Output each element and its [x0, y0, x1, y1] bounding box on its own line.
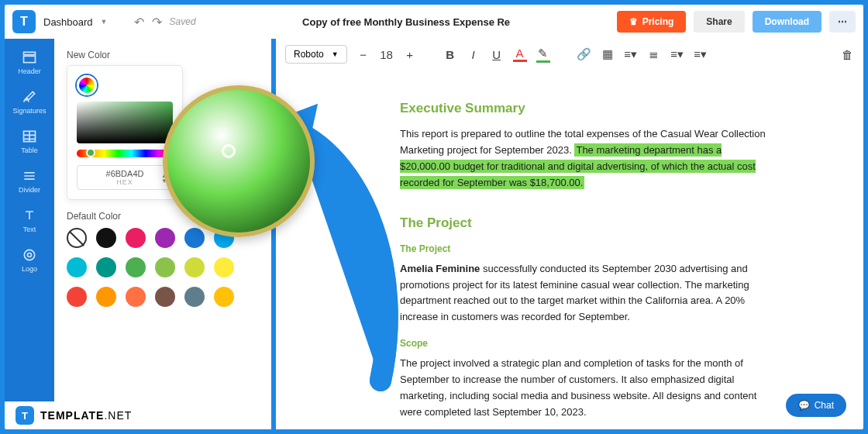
color-swatch[interactable] [126, 257, 146, 277]
color-swatch[interactable] [155, 257, 175, 277]
sidebar-item-header[interactable]: Header [18, 50, 41, 75]
color-swatch[interactable] [126, 228, 146, 248]
font-family-select[interactable]: Roboto▼ [285, 45, 347, 64]
text-color-button[interactable]: A [513, 46, 527, 62]
new-color-label: New Color [67, 50, 259, 60]
magnifier-overlay [163, 85, 315, 237]
color-swatch[interactable] [96, 257, 116, 277]
paragraph: Amelia Feminine successfully conducted i… [400, 261, 770, 326]
color-swatch[interactable] [67, 257, 87, 277]
increase-font-button[interactable]: + [403, 48, 417, 61]
format-toolbar: Roboto▼ − 18 + B I U A ✎ 🔗 ▦ ≡▾ ≣ ≡▾ ≡▾ … [276, 39, 863, 70]
bold-button[interactable]: B [443, 48, 457, 61]
svg-rect-0 [24, 52, 36, 54]
brand-footer: T TEMPLATE.NET [5, 401, 222, 429]
decrease-font-button[interactable]: − [356, 48, 370, 61]
paragraph: The project involved a strategic plan an… [400, 356, 770, 420]
color-swatch[interactable] [96, 287, 116, 307]
italic-button[interactable]: I [467, 48, 480, 61]
pricing-button[interactable]: ♛Pricing [617, 11, 687, 33]
sidebar-item-signatures[interactable]: Signatures [12, 89, 46, 115]
color-swatch[interactable] [67, 228, 87, 248]
svg-point-3 [24, 250, 34, 260]
sidebar-item-text[interactable]: Text [22, 208, 37, 233]
svg-point-4 [28, 253, 32, 257]
color-swatch[interactable] [67, 287, 87, 307]
share-button[interactable]: Share [694, 11, 744, 33]
dashboard-link[interactable]: Dashboard [43, 16, 93, 28]
table-icon [22, 129, 37, 144]
color-swatch[interactable] [184, 287, 205, 307]
line-spacing-button[interactable]: ≡▾ [694, 47, 708, 61]
dashboard-caret-icon[interactable]: ▼ [101, 18, 108, 26]
image-button[interactable]: ▦ [601, 47, 615, 61]
chat-button[interactable]: 💬Chat [786, 394, 846, 417]
crown-icon: ♛ [629, 16, 638, 27]
picker-handle-icon [222, 144, 236, 158]
sidebar-item-logo[interactable]: Logo [22, 247, 37, 273]
document-title[interactable]: Copy of free Monthly Business Expense Re [302, 16, 510, 28]
color-wheel-icon[interactable] [77, 75, 97, 95]
underline-button[interactable]: U [490, 48, 504, 61]
paragraph: This report is prepared to outline the t… [400, 126, 770, 191]
brand-logo-icon: T [16, 406, 34, 425]
text-icon [22, 208, 37, 223]
hex-input[interactable]: #6BDA4D HEX ▲▼ [77, 165, 173, 190]
color-swatch[interactable] [126, 287, 146, 307]
more-button[interactable]: ⋯ [829, 11, 856, 33]
list-bulleted-button[interactable]: ≡▾ [670, 47, 684, 61]
subheading: The Project [400, 242, 770, 257]
divider-icon [22, 168, 37, 184]
color-swatch[interactable] [184, 257, 205, 277]
hue-handle[interactable] [86, 148, 95, 157]
heading-the-project: The Project [400, 212, 770, 233]
subheading: Scope [400, 336, 770, 351]
app-logo[interactable]: T [12, 10, 36, 33]
download-button[interactable]: Download [753, 11, 822, 33]
color-swatch[interactable] [214, 257, 234, 277]
signature-icon [22, 89, 37, 105]
font-size-value[interactable]: 18 [380, 48, 394, 61]
color-swatch[interactable] [184, 228, 205, 248]
sidebar-item-table[interactable]: Table [21, 129, 38, 154]
svg-rect-1 [24, 56, 36, 62]
swatch-grid [67, 228, 259, 307]
hue-slider[interactable] [77, 150, 173, 157]
sidebar-item-divider[interactable]: Divider [19, 168, 40, 194]
color-swatch[interactable] [155, 287, 175, 307]
header-icon [22, 50, 37, 65]
highlight-color-button[interactable]: ✎ [536, 46, 550, 63]
saturation-gradient[interactable] [77, 102, 173, 143]
trash-button[interactable]: 🗑 [840, 48, 854, 61]
align-button[interactable]: ≡▾ [624, 47, 638, 61]
color-panel: New Color #6BDA4D HEX ▲▼ Default Color [54, 39, 271, 429]
left-sidebar: Header Signatures Table Divider Text Log… [5, 39, 54, 429]
color-swatch[interactable] [96, 228, 116, 248]
chat-icon: 💬 [798, 400, 810, 411]
chevron-down-icon: ▼ [332, 50, 339, 58]
undo-icon[interactable]: ↶ [134, 15, 144, 29]
color-swatch[interactable] [214, 287, 234, 307]
list-numbered-button[interactable]: ≣ [647, 47, 661, 61]
redo-icon[interactable]: ↷ [152, 15, 162, 29]
logo-icon [22, 247, 37, 263]
saved-status: Saved [170, 16, 196, 27]
top-bar: T Dashboard ▼ ↶ ↷ Saved Copy of free Mon… [5, 5, 863, 39]
heading-executive-summary: Executive Summary [400, 98, 770, 119]
color-swatch[interactable] [155, 228, 175, 248]
link-button[interactable]: 🔗 [577, 47, 591, 61]
